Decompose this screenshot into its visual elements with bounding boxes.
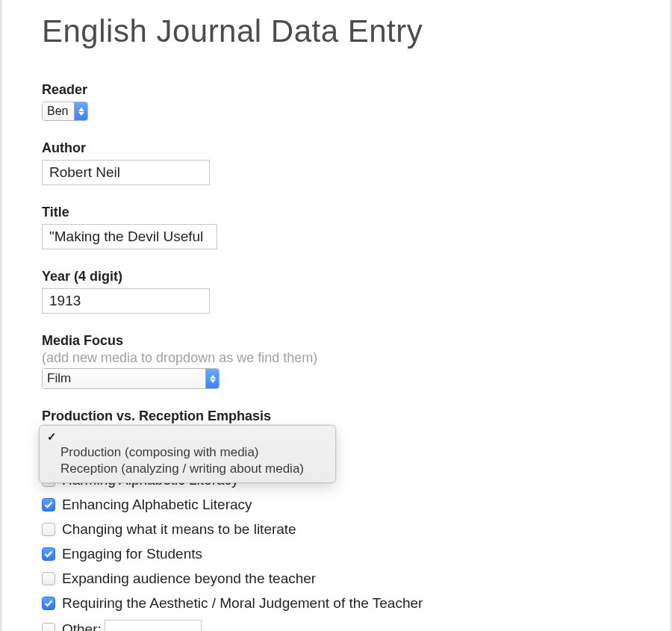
checkbox-label: Requiring the Aesthetic / Moral Judgemen… (62, 595, 423, 612)
author-input[interactable] (42, 160, 210, 185)
svg-marker-3 (210, 379, 216, 383)
reader-selected-value: Ben (43, 102, 74, 120)
select-stepper-icon (74, 102, 87, 120)
year-input[interactable] (42, 288, 210, 314)
frame-right-border (669, 0, 672, 631)
checkbox-row-other: Other: (42, 620, 636, 631)
field-reader: Reader Ben (42, 82, 636, 121)
field-media-focus: Media Focus (add new media to dropdown a… (42, 333, 636, 389)
field-author: Author (42, 140, 636, 185)
checkbox-engaging[interactable] (42, 547, 55, 561)
checkbox-requiring[interactable] (42, 597, 55, 610)
pvre-option-text: Production (composing with media) (60, 445, 259, 460)
author-label: Author (42, 140, 636, 156)
svg-marker-1 (78, 112, 84, 116)
pvre-option-text: Reception (analyzing / writing about med… (60, 461, 304, 476)
checkbox-row-changing: Changing what it means to be literate (42, 521, 636, 538)
media-focus-select[interactable]: Film (42, 368, 220, 389)
pvre-option-reception[interactable]: Reception (analyzing / writing about med… (40, 461, 335, 477)
pvre-option-production[interactable]: Production (composing with media) (40, 444, 335, 461)
media-focus-hint: (add new media to dropdown as we find th… (42, 350, 636, 366)
field-pvre: Production vs. Reception Emphasis ✓ Prod… (42, 408, 636, 631)
checkbox-expanding[interactable] (42, 572, 55, 585)
pvre-label: Production vs. Reception Emphasis (42, 408, 636, 424)
reader-label: Reader (42, 82, 636, 98)
pvre-option-blank[interactable]: ✓ (40, 429, 335, 444)
svg-marker-2 (210, 375, 216, 379)
form-container: English Journal Data Entry Reader Ben Au… (0, 0, 672, 631)
svg-marker-0 (78, 108, 84, 111)
checkbox-row-engaging: Engaging for Students (42, 546, 636, 562)
pvre-dropdown-menu[interactable]: ✓ Production (composing with media) Rece… (39, 425, 336, 483)
media-focus-selected-value: Film (43, 369, 205, 388)
checkbox-changing[interactable] (42, 523, 55, 536)
checkbox-label: Engaging for Students (62, 546, 202, 562)
field-title: Title (42, 205, 636, 249)
select-stepper-icon (205, 369, 219, 388)
checkbox-group: Harming Alphabetic Literacy Enhancing Al… (42, 472, 636, 631)
title-input[interactable] (42, 224, 217, 249)
checkbox-row-enhancing: Enhancing Alphabetic Literacy (42, 497, 636, 513)
checkbox-row-expanding: Expanding audience beyond the teacher (42, 571, 636, 587)
checkbox-label: Changing what it means to be literate (62, 521, 296, 538)
checkbox-other[interactable] (42, 623, 55, 631)
checkbox-enhancing[interactable] (42, 498, 55, 512)
other-input[interactable] (105, 620, 202, 631)
media-focus-label: Media Focus (42, 333, 636, 349)
frame-left-border (0, 0, 3, 631)
checkbox-label-other: Other: (62, 621, 102, 631)
reader-select[interactable]: Ben (42, 102, 88, 121)
checkbox-label: Expanding audience beyond the teacher (62, 571, 316, 587)
title-label: Title (42, 205, 636, 220)
checkbox-label: Enhancing Alphabetic Literacy (62, 497, 252, 513)
year-label: Year (4 digit) (42, 269, 636, 285)
checkmark-icon: ✓ (47, 430, 60, 444)
checkbox-row-requiring: Requiring the Aesthetic / Moral Judgemen… (42, 595, 636, 612)
field-year: Year (4 digit) (42, 269, 636, 314)
page-title: English Journal Data Entry (42, 13, 636, 49)
